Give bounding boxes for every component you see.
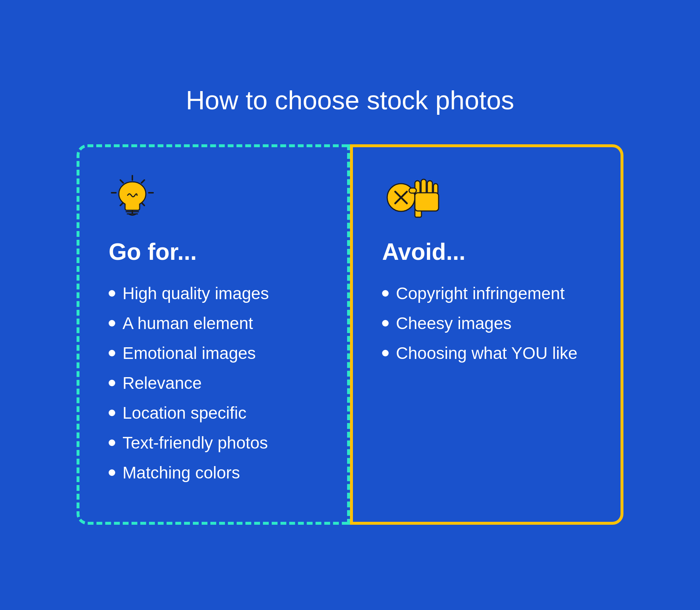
avoid-heading: Avoid... — [382, 238, 591, 265]
bullet-dot — [109, 439, 115, 446]
list-item: Choosing what YOU like — [382, 343, 591, 363]
list-item: Matching colors — [109, 463, 318, 482]
go-for-list: High quality images A human element Emot… — [109, 284, 318, 482]
list-item: Emotional images — [109, 343, 318, 363]
cards-container: Go for... High quality images A human el… — [77, 144, 623, 525]
avoid-list: Copyright infringement Cheesy images Cho… — [382, 284, 591, 363]
page-title: How to choose stock photos — [186, 85, 514, 115]
bullet-dot — [109, 380, 115, 386]
bullet-dot — [109, 469, 115, 476]
go-for-heading: Go for... — [109, 238, 318, 265]
list-item: A human element — [109, 313, 318, 333]
list-item: Location specific — [109, 403, 318, 423]
list-item: Cheesy images — [382, 313, 591, 333]
bullet-dot — [109, 290, 115, 297]
svg-rect-20 — [415, 193, 439, 211]
list-item: Relevance — [109, 373, 318, 393]
bullet-dot — [109, 410, 115, 416]
svg-line-4 — [120, 180, 123, 183]
bullet-dot — [382, 320, 389, 326]
list-item: High quality images — [109, 284, 318, 303]
avoid-card: Avoid... Copyright infringement Cheesy i… — [350, 144, 623, 525]
bullet-dot — [109, 320, 115, 326]
bullet-dot — [382, 290, 389, 297]
lightbulb-icon — [109, 173, 160, 224]
svg-rect-18 — [409, 188, 416, 193]
stop-hand-icon — [382, 173, 433, 224]
list-item: Text-friendly photos — [109, 433, 318, 453]
bullet-dot — [109, 350, 115, 356]
svg-line-5 — [141, 180, 144, 183]
bullet-dot — [382, 350, 389, 356]
go-for-card: Go for... High quality images A human el… — [77, 144, 350, 525]
list-item: Copyright infringement — [382, 284, 591, 303]
